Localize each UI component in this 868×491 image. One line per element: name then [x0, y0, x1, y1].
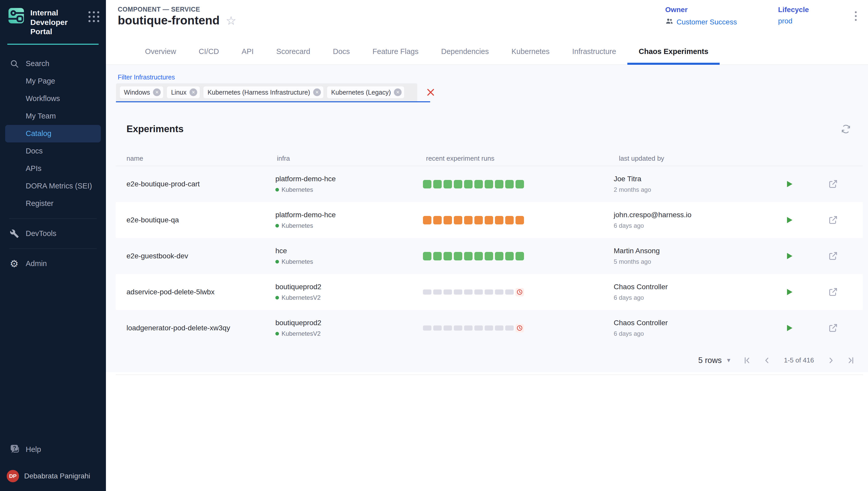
- run-status-square[interactable]: [474, 325, 483, 330]
- open-experiment-icon[interactable]: [828, 251, 838, 261]
- sidebar-item-apis[interactable]: APIs: [5, 160, 101, 177]
- run-pending-clock-icon[interactable]: [516, 288, 524, 296]
- chip-remove-icon[interactable]: ×: [313, 88, 321, 96]
- sidebar-item-my-page[interactable]: My Page: [5, 73, 101, 90]
- run-status-square[interactable]: [505, 325, 514, 330]
- run-status-square[interactable]: [505, 289, 514, 295]
- run-status-square[interactable]: [495, 180, 503, 189]
- run-status-square[interactable]: [485, 180, 493, 189]
- run-status-square[interactable]: [433, 289, 442, 295]
- run-status-square[interactable]: [485, 289, 493, 295]
- sidebar-item-dora-metrics-sei[interactable]: DORA Metrics (SEI): [5, 177, 101, 195]
- run-status-square[interactable]: [485, 325, 493, 330]
- run-status-square[interactable]: [516, 180, 524, 189]
- tab-chaos-experiments[interactable]: Chaos Experiments: [627, 40, 720, 65]
- sidebar-item-my-team[interactable]: My Team: [5, 108, 101, 125]
- owner-link[interactable]: Customer Success: [665, 17, 737, 27]
- open-experiment-icon[interactable]: [828, 179, 838, 189]
- run-pending-clock-icon[interactable]: [516, 324, 524, 333]
- last-page-icon[interactable]: [846, 356, 856, 365]
- tab-docs[interactable]: Docs: [322, 40, 361, 65]
- run-status-square[interactable]: [464, 180, 472, 189]
- sidebar-item-search[interactable]: Search: [5, 55, 101, 73]
- run-status-square[interactable]: [433, 180, 442, 189]
- run-status-square[interactable]: [443, 216, 452, 224]
- user-menu[interactable]: DP Debabrata Panigrahi: [0, 470, 106, 482]
- tab-scorecard[interactable]: Scorecard: [265, 40, 322, 65]
- sidebar-item-catalog[interactable]: Catalog: [5, 125, 101, 142]
- run-status-square[interactable]: [495, 325, 503, 330]
- tab-kubernetes[interactable]: Kubernetes: [500, 40, 561, 65]
- chip-remove-icon[interactable]: ×: [394, 88, 402, 96]
- run-status-square[interactable]: [443, 252, 452, 260]
- run-status-square[interactable]: [454, 325, 462, 330]
- run-status-square[interactable]: [474, 216, 483, 224]
- clear-filters-icon[interactable]: [426, 87, 436, 97]
- run-status-square[interactable]: [516, 252, 524, 260]
- sidebar-item-register[interactable]: Register: [5, 195, 101, 212]
- previous-page-icon[interactable]: [762, 356, 772, 365]
- run-status-square[interactable]: [495, 252, 503, 260]
- run-experiment-button[interactable]: [785, 179, 794, 189]
- sidebar-item-docs[interactable]: Docs: [5, 142, 101, 160]
- run-status-square[interactable]: [433, 216, 442, 224]
- infrastructure-filter-input[interactable]: Windows×Linux×Kubernetes (Harness Infras…: [116, 83, 417, 101]
- run-status-square[interactable]: [505, 180, 514, 189]
- run-status-square[interactable]: [485, 252, 493, 260]
- run-experiment-button[interactable]: [785, 287, 794, 297]
- run-status-square[interactable]: [464, 289, 472, 295]
- run-status-square[interactable]: [454, 289, 462, 295]
- run-status-square[interactable]: [454, 252, 462, 260]
- first-page-icon[interactable]: [742, 356, 752, 365]
- run-experiment-button[interactable]: [785, 323, 794, 333]
- tab-dependencies[interactable]: Dependencies: [430, 40, 500, 65]
- refresh-icon[interactable]: [840, 123, 851, 135]
- favorite-star-icon[interactable]: ☆: [226, 15, 236, 27]
- run-status-square[interactable]: [423, 252, 431, 260]
- filter-infrastructures-label[interactable]: Filter Infrastructures: [118, 74, 175, 81]
- run-status-square[interactable]: [454, 216, 462, 224]
- tab-ci-cd[interactable]: CI/CD: [187, 40, 230, 65]
- run-status-square[interactable]: [443, 180, 452, 189]
- run-status-square[interactable]: [474, 289, 483, 295]
- sidebar-item-help[interactable]: ? Help: [5, 441, 101, 458]
- open-experiment-icon[interactable]: [828, 323, 838, 333]
- apps-grid-icon[interactable]: [88, 11, 99, 22]
- run-status-square[interactable]: [433, 325, 442, 330]
- run-status-square[interactable]: [423, 289, 431, 295]
- chip-remove-icon[interactable]: ×: [153, 88, 161, 96]
- run-status-square[interactable]: [433, 252, 442, 260]
- open-experiment-icon[interactable]: [828, 287, 838, 297]
- sidebar-item-devtools[interactable]: DevTools: [5, 225, 101, 242]
- run-status-square[interactable]: [474, 252, 483, 260]
- run-status-square[interactable]: [495, 216, 503, 224]
- run-status-square[interactable]: [443, 289, 452, 295]
- sidebar-item-workflows[interactable]: Workflows: [5, 90, 101, 108]
- rows-per-page-select[interactable]: 5 rows ▼: [698, 356, 731, 365]
- chip-remove-icon[interactable]: ×: [190, 88, 197, 96]
- run-status-square[interactable]: [516, 216, 524, 224]
- run-status-square[interactable]: [423, 325, 431, 330]
- run-status-square[interactable]: [495, 289, 503, 295]
- run-experiment-button[interactable]: [785, 252, 794, 261]
- run-status-square[interactable]: [505, 252, 514, 260]
- run-status-square[interactable]: [454, 180, 462, 189]
- open-experiment-icon[interactable]: [828, 215, 838, 225]
- run-status-square[interactable]: [464, 252, 472, 260]
- tab-api[interactable]: API: [230, 40, 265, 65]
- run-status-square[interactable]: [423, 216, 431, 224]
- tab-infrastructure[interactable]: Infrastructure: [561, 40, 627, 65]
- run-status-square[interactable]: [464, 216, 472, 224]
- run-status-square[interactable]: [464, 325, 472, 330]
- tab-overview[interactable]: Overview: [134, 40, 187, 65]
- run-status-square[interactable]: [443, 325, 452, 330]
- next-page-icon[interactable]: [826, 356, 836, 365]
- sidebar-item-admin[interactable]: ⚙ Admin: [5, 255, 101, 272]
- run-status-square[interactable]: [423, 180, 431, 189]
- run-status-square[interactable]: [505, 216, 514, 224]
- kebab-menu-icon[interactable]: [855, 11, 857, 21]
- run-status-square[interactable]: [474, 180, 483, 189]
- tab-feature-flags[interactable]: Feature Flags: [361, 40, 430, 65]
- run-experiment-button[interactable]: [785, 215, 794, 225]
- run-status-square[interactable]: [485, 216, 493, 224]
